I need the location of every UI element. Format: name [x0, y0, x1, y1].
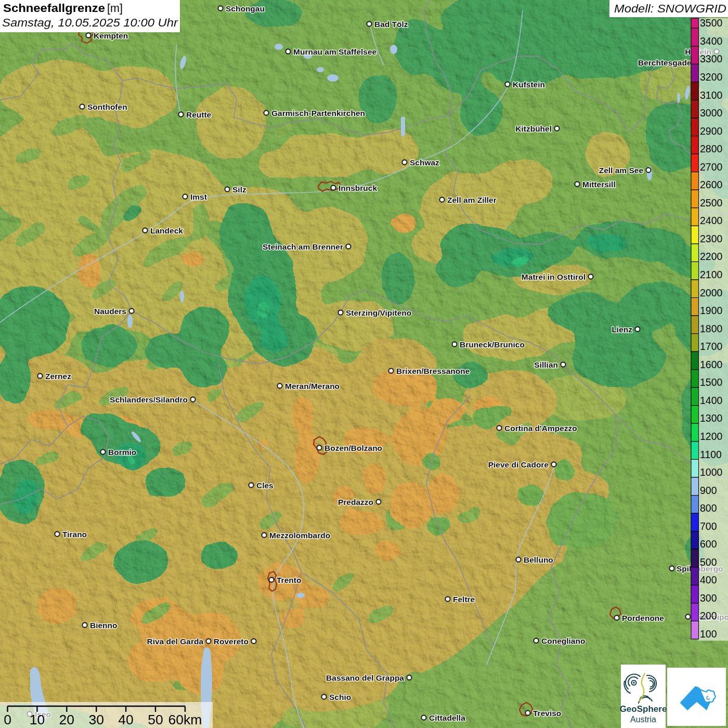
svg-text:Berchtesgaden: Berchtesgaden [638, 58, 696, 67]
svg-text:2100: 2100 [700, 269, 723, 280]
svg-text:Mittersill: Mittersill [582, 180, 616, 189]
svg-text:20: 20 [59, 712, 74, 727]
svg-text:Schio: Schio [329, 693, 351, 701]
svg-text:900: 900 [700, 485, 717, 496]
svg-text:Zell am Ziller: Zell am Ziller [447, 196, 497, 204]
svg-text:Meran/Merano: Meran/Merano [285, 382, 340, 391]
svg-text:3500: 3500 [700, 17, 723, 29]
svg-text:1300: 1300 [700, 412, 723, 424]
svg-text:Schlanders/Silandro: Schlanders/Silandro [110, 395, 188, 404]
svg-text:2300: 2300 [700, 233, 723, 244]
svg-text:10: 10 [30, 712, 45, 727]
svg-text:800: 800 [700, 502, 717, 514]
svg-text:100: 100 [700, 628, 717, 640]
svg-text:2200: 2200 [700, 251, 723, 262]
svg-text:600: 600 [700, 538, 717, 550]
svg-text:GeoSphere: GeoSphere [620, 704, 667, 714]
svg-text:Schneefallgrenze: Schneefallgrenze [3, 2, 105, 15]
svg-text:Matrei in Osttirol: Matrei in Osttirol [522, 272, 586, 281]
svg-text:Kufstein: Kufstein [513, 80, 545, 89]
svg-text:Conegliano: Conegliano [541, 636, 585, 645]
svg-text:40: 40 [118, 712, 133, 727]
svg-text:Kitzbühel: Kitzbühel [515, 124, 552, 133]
svg-text:Austria: Austria [630, 715, 656, 724]
svg-text:2900: 2900 [700, 125, 723, 137]
svg-text:[m]: [m] [107, 2, 123, 15]
svg-text:3400: 3400 [700, 35, 723, 47]
svg-text:Silz: Silz [232, 185, 246, 194]
svg-text:Trento: Trento [277, 576, 301, 584]
svg-text:Garmisch-Partenkirchen: Garmisch-Partenkirchen [271, 109, 365, 118]
svg-text:Sonthofen: Sonthofen [87, 102, 127, 111]
svg-text:Cles: Cles [256, 481, 274, 490]
svg-text:Modell: SNOWGRID: Modell: SNOWGRID [614, 2, 726, 15]
svg-text:60km: 60km [168, 712, 202, 727]
svg-text:200: 200 [700, 610, 717, 621]
svg-text:Tirano: Tirano [62, 530, 87, 539]
svg-text:Bormio: Bormio [108, 448, 136, 457]
svg-text:3100: 3100 [700, 89, 723, 101]
svg-text:Schongau: Schongau [226, 4, 265, 13]
svg-text:3300: 3300 [700, 53, 723, 64]
svg-text:Sterzing/Vipiteno: Sterzing/Vipiteno [346, 308, 411, 317]
svg-text:Bruneck/Brunico: Bruneck/Brunico [460, 340, 525, 349]
svg-text:0: 0 [4, 712, 11, 727]
svg-text:1600: 1600 [700, 359, 723, 370]
svg-text:400: 400 [700, 574, 717, 586]
svg-text:Pordenone: Pordenone [622, 614, 664, 622]
svg-text:1200: 1200 [700, 431, 723, 442]
svg-text:1900: 1900 [700, 305, 723, 316]
svg-text:Feltre: Feltre [453, 595, 475, 604]
svg-text:Samstag, 10.05.2025 10:00 Uhr: Samstag, 10.05.2025 10:00 Uhr [2, 17, 178, 29]
svg-text:Zell am See: Zell am See [599, 166, 644, 175]
svg-text:Kempten: Kempten [94, 31, 128, 40]
svg-text:Pieve di Cadore: Pieve di Cadore [488, 460, 549, 469]
svg-text:Schwaz: Schwaz [410, 158, 439, 167]
svg-text:700: 700 [700, 521, 717, 532]
svg-text:Cittadella: Cittadella [429, 713, 465, 722]
svg-text:500: 500 [700, 556, 717, 568]
svg-text:2000: 2000 [700, 287, 723, 298]
svg-text:Lienz: Lienz [612, 325, 632, 334]
svg-text:1500: 1500 [700, 376, 723, 388]
svg-text:300: 300 [700, 592, 717, 604]
svg-text:2800: 2800 [700, 143, 723, 154]
svg-text:1700: 1700 [700, 341, 723, 352]
svg-text:Innsbruck: Innsbruck [339, 184, 377, 192]
svg-text:1100: 1100 [700, 449, 722, 460]
svg-text:2700: 2700 [700, 161, 723, 173]
svg-text:2600: 2600 [700, 179, 723, 190]
svg-text:Imst: Imst [190, 192, 207, 201]
svg-text:2500: 2500 [700, 197, 723, 209]
svg-text:Bienno: Bienno [90, 621, 118, 630]
svg-text:Mezzolombardo: Mezzolombardo [269, 531, 330, 540]
svg-text:Cortina d'Ampezzo: Cortina d'Ampezzo [504, 424, 577, 433]
svg-text:Reutte: Reutte [186, 110, 212, 119]
svg-text:3000: 3000 [700, 107, 723, 119]
svg-text:Bozen/Bolzano: Bozen/Bolzano [324, 444, 382, 452]
svg-text:Zernez: Zernez [45, 372, 71, 381]
svg-text:1800: 1800 [700, 323, 723, 334]
svg-text:3200: 3200 [700, 71, 723, 83]
svg-text:Rovereto: Rovereto [214, 637, 249, 646]
svg-text:Brixen/Bressanone: Brixen/Bressanone [396, 367, 470, 375]
svg-text:Steinach am Brenner: Steinach am Brenner [263, 242, 343, 251]
svg-text:Landeck: Landeck [150, 226, 183, 235]
svg-text:Predazzo: Predazzo [338, 498, 373, 506]
svg-text:Nauders: Nauders [94, 307, 126, 316]
svg-text:Belluno: Belluno [524, 555, 553, 564]
svg-text:Treviso: Treviso [533, 709, 561, 718]
svg-text:Sillian: Sillian [534, 360, 558, 369]
svg-text:Bassano del Grappa: Bassano del Grappa [326, 673, 404, 682]
svg-text:Riva del Garda: Riva del Garda [147, 637, 203, 646]
svg-text:2400: 2400 [700, 215, 723, 226]
svg-text:30: 30 [88, 712, 103, 727]
svg-text:50: 50 [148, 712, 163, 727]
svg-text:1400: 1400 [700, 395, 723, 406]
svg-text:1000: 1000 [700, 466, 723, 478]
svg-text:Murnau am Staffelsee: Murnau am Staffelsee [293, 47, 377, 56]
svg-text:Bad Tölz: Bad Tölz [374, 20, 408, 29]
